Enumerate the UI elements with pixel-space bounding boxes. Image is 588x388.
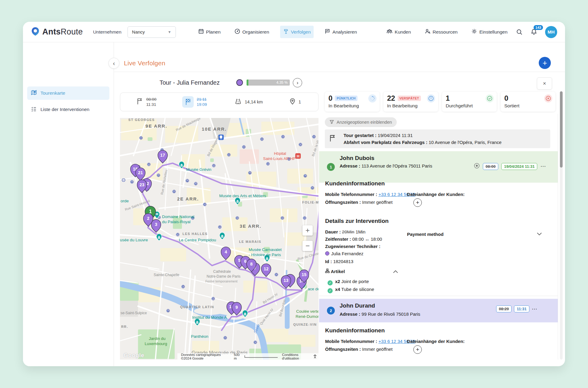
nav-einstellungen[interactable]: Einstellungen: [468, 26, 510, 38]
add-button[interactable]: +: [539, 57, 551, 69]
payment-expand-chevron[interactable]: [537, 232, 542, 237]
map-label: ace de: [308, 287, 318, 291]
map-terms-link[interactable]: Conditions d'utilisation: [282, 353, 309, 360]
minus-icon: −: [305, 242, 310, 250]
map-label: René-Dumont: [296, 314, 318, 319]
sidebar-item-tourenkarte[interactable]: Tourenkarte: [27, 86, 109, 100]
files-label: Dateianhänge der Kunden:: [407, 192, 465, 197]
map-stop-marker-12[interactable]: 12: [261, 264, 271, 277]
brand-logo[interactable]: AntsRoute: [31, 27, 83, 37]
map-zoom-in-button[interactable]: +: [302, 225, 313, 236]
flag-icon: [329, 134, 336, 143]
svg-text:M: M: [213, 298, 214, 300]
nav-ressourcen[interactable]: Ressourcen: [422, 26, 461, 38]
svg-text:4: 4: [225, 249, 227, 254]
hours-row: Öffnungszeiten : Immer geöffnet: [325, 200, 393, 205]
more-options-button[interactable]: ⋯: [532, 306, 538, 312]
map-stop-marker-9[interactable]: 9: [232, 302, 241, 315]
nav-kunden[interactable]: Kunden: [383, 26, 414, 38]
company-select[interactable]: Nancy ▼: [128, 26, 176, 38]
articles-collapse-chevron[interactable]: [393, 269, 398, 275]
map-attribution: Données cartographiques ©2024 Google 500…: [177, 353, 318, 360]
planned-time-pill[interactable]: 08:20: [496, 305, 512, 312]
chevron-right-icon: ›: [297, 80, 299, 86]
map-label: Hôpital: [274, 151, 286, 156]
actual-time-pill[interactable]: 11:31: [514, 305, 529, 312]
check-circle-icon: [486, 94, 494, 103]
gauge-icon: [234, 28, 240, 35]
map-label: Musée Grévin: [186, 167, 212, 172]
map-block: [270, 208, 298, 222]
museum-pin-icon[interactable]: [156, 234, 162, 241]
notifications-bell-icon[interactable]: 143: [531, 28, 537, 35]
svg-text:M: M: [183, 286, 184, 288]
map-label: Rue du Chemin V: [297, 250, 318, 261]
svg-text:M: M: [304, 217, 305, 219]
svg-text:M: M: [187, 180, 188, 181]
add-attachment-button[interactable]: +: [413, 198, 422, 207]
svg-text:M: M: [131, 181, 133, 183]
actual-start-time: 11:31: [146, 102, 157, 107]
metro-icon: M: [236, 217, 239, 220]
display-options-button[interactable]: Anzeigeoptionen einblenden: [325, 117, 397, 127]
svg-text:8: 8: [250, 262, 253, 266]
nav-verfolgen[interactable]: Verfolgen: [280, 26, 314, 38]
more-options-button[interactable]: ⋯: [540, 163, 546, 170]
stat-value: 22: [387, 94, 395, 103]
svg-text:M: M: [249, 172, 250, 174]
svg-text:M: M: [225, 337, 226, 339]
accessibility-icon[interactable]: [313, 354, 317, 359]
tour-next-button[interactable]: ›: [293, 78, 302, 87]
tour-stop-count: 1: [289, 93, 301, 111]
avatar[interactable]: MH: [545, 26, 557, 38]
close-icon: ×: [543, 80, 546, 87]
search-icon[interactable]: [516, 29, 523, 35]
svg-text:23: 23: [140, 182, 144, 187]
map-street: [306, 118, 312, 145]
nav-organisieren[interactable]: Organisieren: [231, 26, 272, 38]
svg-text:9: 9: [235, 305, 238, 310]
map-label: FOLIE-MÉRIC: [302, 201, 318, 204]
tour-start-label: Tour gestartet :: [344, 133, 376, 138]
metro-icon: M: [166, 309, 170, 312]
customer-info-heading: Kundeninformationen: [325, 327, 385, 334]
x-circle-icon: [544, 94, 552, 103]
map-label: LES HALLES: [183, 232, 208, 236]
sidebar-item-label: Liste der Interventionen: [40, 107, 89, 112]
actual-time-pill[interactable]: 19/04/2024 11:31: [501, 163, 537, 170]
finish-flag-icon: [182, 96, 194, 108]
map-label: Saint-Louis AP-HP: [263, 156, 296, 161]
map-label: 9E ARR.: [146, 123, 167, 129]
map-stop-marker-17[interactable]: 17: [158, 150, 167, 163]
svg-text:M: M: [313, 136, 315, 138]
map-canvas[interactable]: MMMMMMMMMMMMMMMMMMMMMMMMMMMMMMMMMMMHST G…: [120, 118, 318, 360]
signpost-icon: [283, 28, 289, 35]
planned-time-pill[interactable]: 08:00: [483, 163, 498, 170]
panel-scrollbar-thumb[interactable]: [560, 91, 563, 168]
map-label: Cathédrale: [213, 269, 231, 274]
close-panel-button[interactable]: ×: [537, 77, 552, 90]
back-button[interactable]: ‹: [108, 58, 119, 69]
info-icon[interactable]: [427, 94, 435, 103]
svg-text:H: H: [297, 154, 299, 158]
museum-pin-icon[interactable]: [219, 233, 225, 240]
plus-icon: +: [416, 199, 419, 206]
technician-color-dot: [325, 251, 329, 256]
hospital-icon[interactable]: H: [295, 153, 301, 159]
map-label: du Palais-Royal: [162, 220, 190, 224]
map-street: [120, 262, 159, 269]
target-icon[interactable]: [474, 163, 480, 170]
map-zoom-out-button[interactable]: −: [302, 241, 313, 251]
sidebar-item-interventionen[interactable]: Liste der Interventionen: [27, 103, 109, 116]
map-stop-marker-3[interactable]: 3: [151, 220, 161, 233]
svg-text:2: 2: [147, 216, 150, 221]
map-block: [160, 248, 186, 261]
map[interactable]: MMMMMMMMMMMMMMMMMMMMMMMMMMMMMMMMMMMHST G…: [120, 118, 318, 360]
map-park: [210, 158, 214, 162]
nav-planen[interactable]: Planen: [195, 26, 224, 38]
add-attachment-button[interactable]: +: [413, 345, 422, 354]
nav-analysieren[interactable]: Analysieren: [321, 26, 360, 38]
main-nav: Planen Organisieren Verfolgen Analysiere…: [195, 26, 511, 38]
tour-info-bar: 08:0011:31 21:1119:09 14,14 km 1: [120, 93, 318, 111]
flag-chart-icon: [325, 28, 330, 35]
